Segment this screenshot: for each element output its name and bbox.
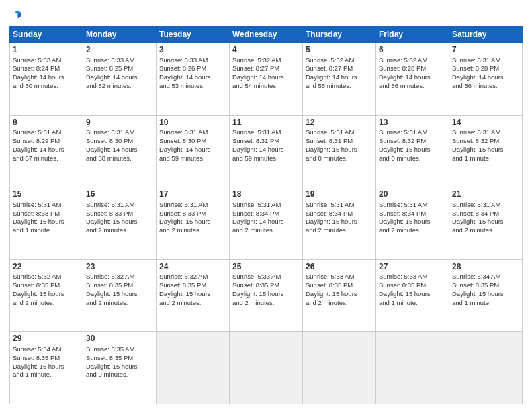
calendar-cell: [303, 332, 376, 404]
day-number: 29: [13, 334, 80, 345]
day-info: Sunrise: 5:32 AM Sunset: 8:28 PM Dayligh…: [379, 56, 446, 91]
day-info: Sunrise: 5:33 AM Sunset: 8:35 PM Dayligh…: [232, 273, 300, 307]
weekday-header-saturday: Saturday: [449, 26, 523, 43]
day-info: Sunrise: 5:32 AM Sunset: 8:27 PM Dayligh…: [232, 56, 300, 91]
calendar-cell: 1Sunrise: 5:33 AM Sunset: 8:24 PM Daylig…: [10, 43, 83, 116]
calendar-cell: 4Sunrise: 5:32 AM Sunset: 8:27 PM Daylig…: [230, 43, 303, 116]
header: [9, 7, 523, 21]
day-number: 17: [159, 189, 226, 200]
day-number: 2: [86, 45, 153, 56]
day-number: 1: [13, 45, 80, 56]
day-info: Sunrise: 5:31 AM Sunset: 8:34 PM Dayligh…: [232, 201, 300, 235]
weekday-header-wednesday: Wednesday: [230, 26, 303, 43]
calendar-cell: [157, 332, 230, 404]
day-info: Sunrise: 5:31 AM Sunset: 8:32 PM Dayligh…: [452, 128, 519, 163]
calendar-cell: 19Sunrise: 5:31 AM Sunset: 8:34 PM Dayli…: [303, 187, 376, 260]
calendar-cell: 15Sunrise: 5:31 AM Sunset: 8:33 PM Dayli…: [10, 187, 83, 260]
calendar-cell: 7Sunrise: 5:31 AM Sunset: 8:28 PM Daylig…: [449, 43, 523, 116]
calendar-cell: 16Sunrise: 5:31 AM Sunset: 8:33 PM Dayli…: [83, 187, 157, 260]
day-number: 18: [232, 189, 300, 200]
calendar-cell: 27Sunrise: 5:33 AM Sunset: 8:35 PM Dayli…: [376, 259, 449, 332]
day-info: Sunrise: 5:31 AM Sunset: 8:31 PM Dayligh…: [306, 128, 373, 163]
calendar-cell: [230, 332, 303, 404]
calendar-cell: 6Sunrise: 5:32 AM Sunset: 8:28 PM Daylig…: [376, 43, 449, 116]
day-number: 28: [452, 262, 519, 273]
day-number: 12: [306, 118, 373, 128]
day-info: Sunrise: 5:31 AM Sunset: 8:31 PM Dayligh…: [232, 128, 300, 163]
day-number: 22: [13, 262, 80, 273]
calendar-cell: 2Sunrise: 5:33 AM Sunset: 8:25 PM Daylig…: [83, 43, 157, 116]
day-info: Sunrise: 5:31 AM Sunset: 8:30 PM Dayligh…: [159, 128, 226, 163]
day-info: Sunrise: 5:33 AM Sunset: 8:26 PM Dayligh…: [159, 56, 226, 91]
calendar-cell: 24Sunrise: 5:32 AM Sunset: 8:35 PM Dayli…: [157, 259, 230, 332]
calendar-week-1: 1Sunrise: 5:33 AM Sunset: 8:24 PM Daylig…: [10, 43, 523, 116]
day-number: 19: [306, 189, 373, 200]
day-number: 11: [232, 118, 300, 128]
day-info: Sunrise: 5:33 AM Sunset: 8:35 PM Dayligh…: [306, 273, 373, 307]
calendar-cell: 21Sunrise: 5:31 AM Sunset: 8:34 PM Dayli…: [449, 187, 523, 260]
day-info: Sunrise: 5:31 AM Sunset: 8:32 PM Dayligh…: [379, 128, 446, 163]
calendar-cell: 8Sunrise: 5:31 AM Sunset: 8:29 PM Daylig…: [10, 115, 83, 187]
calendar-week-2: 8Sunrise: 5:31 AM Sunset: 8:29 PM Daylig…: [10, 115, 523, 187]
weekday-header-sunday: Sunday: [10, 26, 83, 43]
calendar-week-5: 29Sunrise: 5:34 AM Sunset: 8:35 PM Dayli…: [10, 332, 523, 404]
day-info: Sunrise: 5:31 AM Sunset: 8:34 PM Dayligh…: [306, 201, 373, 235]
day-info: Sunrise: 5:32 AM Sunset: 8:27 PM Dayligh…: [306, 56, 373, 91]
calendar-cell: 20Sunrise: 5:31 AM Sunset: 8:34 PM Dayli…: [376, 187, 449, 260]
day-number: 13: [379, 118, 446, 128]
day-info: Sunrise: 5:31 AM Sunset: 8:29 PM Dayligh…: [13, 128, 80, 163]
calendar-cell: 12Sunrise: 5:31 AM Sunset: 8:31 PM Dayli…: [303, 115, 376, 187]
calendar-cell: [449, 332, 523, 404]
day-number: 21: [452, 189, 519, 200]
weekday-header-tuesday: Tuesday: [157, 26, 230, 43]
day-number: 23: [86, 262, 153, 273]
day-number: 14: [452, 118, 519, 128]
calendar-cell: 10Sunrise: 5:31 AM Sunset: 8:30 PM Dayli…: [157, 115, 230, 187]
day-number: 16: [86, 189, 153, 200]
day-info: Sunrise: 5:31 AM Sunset: 8:34 PM Dayligh…: [452, 201, 519, 235]
calendar-cell: 13Sunrise: 5:31 AM Sunset: 8:32 PM Dayli…: [376, 115, 449, 187]
calendar-week-3: 15Sunrise: 5:31 AM Sunset: 8:33 PM Dayli…: [10, 187, 523, 260]
day-info: Sunrise: 5:32 AM Sunset: 8:35 PM Dayligh…: [13, 273, 80, 307]
day-info: Sunrise: 5:31 AM Sunset: 8:28 PM Dayligh…: [452, 56, 519, 91]
day-number: 9: [86, 118, 153, 128]
calendar-cell: 3Sunrise: 5:33 AM Sunset: 8:26 PM Daylig…: [157, 43, 230, 116]
day-number: 10: [159, 118, 226, 128]
day-number: 26: [306, 262, 373, 273]
page: SundayMondayTuesdayWednesdayThursdayFrid…: [0, 0, 532, 411]
calendar-cell: 14Sunrise: 5:31 AM Sunset: 8:32 PM Dayli…: [449, 115, 523, 187]
calendar-cell: 5Sunrise: 5:32 AM Sunset: 8:27 PM Daylig…: [303, 43, 376, 116]
day-number: 5: [306, 45, 373, 56]
calendar-cell: 22Sunrise: 5:32 AM Sunset: 8:35 PM Dayli…: [10, 259, 83, 332]
calendar-cell: 18Sunrise: 5:31 AM Sunset: 8:34 PM Dayli…: [230, 187, 303, 260]
calendar-cell: 30Sunrise: 5:35 AM Sunset: 8:35 PM Dayli…: [83, 332, 157, 404]
logo-icon: [11, 9, 23, 21]
day-number: 7: [452, 45, 519, 56]
day-info: Sunrise: 5:31 AM Sunset: 8:33 PM Dayligh…: [13, 201, 80, 235]
day-number: 27: [379, 262, 446, 273]
day-info: Sunrise: 5:31 AM Sunset: 8:33 PM Dayligh…: [86, 201, 153, 235]
calendar-cell: 9Sunrise: 5:31 AM Sunset: 8:30 PM Daylig…: [83, 115, 157, 187]
weekday-header-thursday: Thursday: [303, 26, 376, 43]
day-number: 6: [379, 45, 446, 56]
day-number: 24: [159, 262, 226, 273]
day-info: Sunrise: 5:33 AM Sunset: 8:35 PM Dayligh…: [379, 273, 446, 307]
day-info: Sunrise: 5:31 AM Sunset: 8:34 PM Dayligh…: [379, 201, 446, 235]
calendar-cell: 26Sunrise: 5:33 AM Sunset: 8:35 PM Dayli…: [303, 259, 376, 332]
day-info: Sunrise: 5:31 AM Sunset: 8:33 PM Dayligh…: [159, 201, 226, 235]
weekday-header-monday: Monday: [83, 26, 157, 43]
logo-text: [9, 9, 23, 21]
calendar-cell: 28Sunrise: 5:34 AM Sunset: 8:35 PM Dayli…: [449, 259, 523, 332]
day-number: 3: [159, 45, 226, 56]
calendar-cell: 25Sunrise: 5:33 AM Sunset: 8:35 PM Dayli…: [230, 259, 303, 332]
day-info: Sunrise: 5:33 AM Sunset: 8:25 PM Dayligh…: [86, 56, 153, 91]
calendar-cell: 11Sunrise: 5:31 AM Sunset: 8:31 PM Dayli…: [230, 115, 303, 187]
day-info: Sunrise: 5:34 AM Sunset: 8:35 PM Dayligh…: [452, 273, 519, 307]
day-number: 30: [86, 334, 153, 345]
day-info: Sunrise: 5:31 AM Sunset: 8:30 PM Dayligh…: [86, 128, 153, 163]
day-info: Sunrise: 5:32 AM Sunset: 8:35 PM Dayligh…: [159, 273, 226, 307]
day-info: Sunrise: 5:33 AM Sunset: 8:24 PM Dayligh…: [13, 56, 80, 91]
day-info: Sunrise: 5:34 AM Sunset: 8:35 PM Dayligh…: [13, 345, 80, 379]
day-number: 15: [13, 189, 80, 200]
weekday-header-row: SundayMondayTuesdayWednesdayThursdayFrid…: [10, 26, 523, 43]
